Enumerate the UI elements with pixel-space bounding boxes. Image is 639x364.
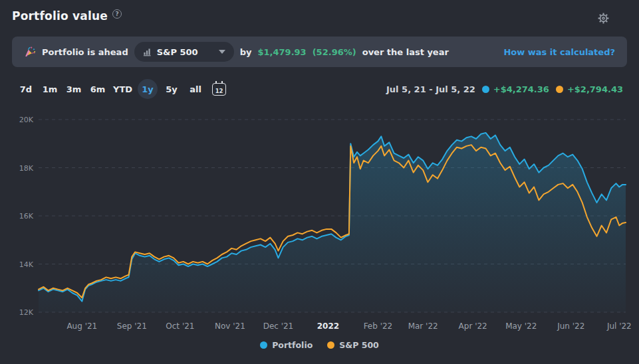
gain-item-1: +$2,794.43 <box>556 84 623 94</box>
chart-controls: 7d1m3m6mYTD1y5yall 12 Jul 5, 21 - Jul 5,… <box>12 78 627 100</box>
x-tick-label: Dec '21 <box>263 321 294 331</box>
legend-item-s-p-500[interactable]: S&P 500 <box>327 340 379 350</box>
x-tick-label: Oct '21 <box>166 321 194 331</box>
party-popper-icon <box>24 46 36 58</box>
x-tick-label: Nov '21 <box>215 321 245 331</box>
page-title: Portfolio value <box>12 9 108 23</box>
range-button-6m[interactable]: 6m <box>88 79 108 99</box>
x-tick-label: Sep '21 <box>117 321 147 331</box>
gear-icon[interactable] <box>597 12 610 27</box>
gain-item-0: +$4,274.36 <box>482 84 549 94</box>
performance-banner: Portfolio is ahead S&P 500 by $1,479.93 … <box>12 37 627 67</box>
gain-value: +$4,274.36 <box>493 84 549 94</box>
x-tick-label: Mar '22 <box>408 321 438 331</box>
benchmark-value: S&P 500 <box>157 47 198 57</box>
y-tick-label: 20K <box>19 116 34 124</box>
y-tick-label: 14K <box>19 260 34 269</box>
x-tick-label: 2022 <box>317 321 339 331</box>
banner-amount: $1,479.93 <box>257 47 306 57</box>
legend-label: S&P 500 <box>339 340 379 350</box>
benchmark-select[interactable]: S&P 500 <box>134 42 234 62</box>
series-dot-icon <box>482 86 489 93</box>
legend-dot-icon <box>260 341 267 349</box>
banner-tail-text: over the last year <box>362 47 449 57</box>
how-calculated-link[interactable]: How was it calculated? <box>503 47 615 57</box>
legend-label: Portfolio <box>272 340 313 350</box>
y-tick-label: 18K <box>19 164 34 173</box>
portfolio-value-widget: Portfolio value ? <box>0 0 639 364</box>
legend-item-portfolio[interactable]: Portfolio <box>260 340 313 350</box>
range-button-5y[interactable]: 5y <box>162 79 182 99</box>
x-tick-label: Jun '22 <box>557 321 584 331</box>
banner-lead-text: Portfolio is ahead <box>42 47 128 57</box>
x-tick-label: Aug '21 <box>66 321 97 331</box>
x-tick-label: May '22 <box>505 321 537 331</box>
portfolio-chart-svg[interactable]: 20K18K16K14K12KAug '21Sep '21Oct '21Nov … <box>0 104 639 340</box>
banner-by-text: by <box>240 47 252 57</box>
date-range-label: Jul 5, 21 - Jul 5, 22 <box>386 84 475 94</box>
widget-header: Portfolio value ? <box>12 9 627 28</box>
range-button-1m[interactable]: 1m <box>40 79 60 99</box>
legend-dot-icon <box>327 341 334 349</box>
chart-area: 20K18K16K14K12KAug '21Sep '21Oct '21Nov … <box>0 104 639 343</box>
banner-percent: (52.96%) <box>313 47 356 57</box>
series-dot-icon <box>556 86 563 93</box>
range-button-7d[interactable]: 7d <box>16 79 36 99</box>
help-icon[interactable]: ? <box>112 9 122 19</box>
calendar-icon[interactable]: 12 <box>212 83 226 96</box>
range-button-all[interactable]: all <box>186 79 205 99</box>
period-summary: Jul 5, 21 - Jul 5, 22 +$4,274.36+$2,794.… <box>386 84 623 94</box>
bar-chart-icon <box>143 48 152 56</box>
x-tick-label: Feb '22 <box>364 321 393 331</box>
range-button-3m[interactable]: 3m <box>64 79 84 99</box>
gain-value: +$2,794.43 <box>567 84 623 94</box>
x-tick-label: Apr '22 <box>459 321 487 331</box>
y-tick-label: 16K <box>19 212 34 221</box>
portfolio-area <box>39 133 626 312</box>
chevron-down-icon <box>219 50 225 54</box>
y-tick-label: 12K <box>19 308 34 317</box>
range-button-YTD[interactable]: YTD <box>112 79 134 99</box>
time-range-group: 7d1m3m6mYTD1y5yall <box>16 79 205 99</box>
x-tick-label: Jul '22 <box>606 321 632 331</box>
range-button-1y[interactable]: 1y <box>138 79 158 99</box>
calendar-number: 12 <box>215 88 223 95</box>
period-gains: +$4,274.36+$2,794.43 <box>482 84 623 94</box>
